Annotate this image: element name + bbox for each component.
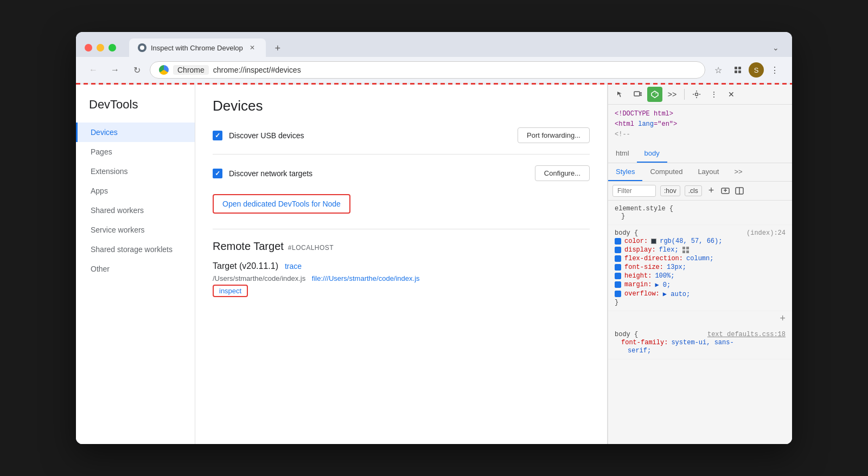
menu-icon[interactable]: ⋮	[766, 61, 783, 79]
address-bar[interactable]: Chrome chrome://inspect/#devices	[150, 61, 705, 79]
settings-icon[interactable]	[689, 87, 704, 102]
pseudo-hov[interactable]: :hov	[660, 185, 680, 196]
font-size-prop: font-size:	[624, 263, 663, 271]
devtools-styles-content: element.style { } body { (index):24 colo…	[608, 201, 792, 444]
body-defaults-header: body { text_defaults.css:18	[615, 331, 786, 338]
page-title: Devices	[213, 98, 590, 114]
tab-body[interactable]: body	[637, 145, 667, 163]
body-defaults-source: text_defaults.css:18	[707, 331, 786, 338]
sidebar-item-shared-storage[interactable]: Shared storage worklets	[76, 240, 195, 259]
height-val: 100%;	[655, 272, 674, 280]
svg-rect-13	[686, 247, 689, 249]
open-devtools-button[interactable]: Open dedicated DevTools for Node	[213, 194, 350, 214]
sidebar-item-pages[interactable]: Pages	[76, 142, 195, 162]
target-version: Target (v20.11.1)	[213, 261, 278, 271]
title-bar: Inspect with Chrome Develop ✕ + ⌄	[76, 32, 792, 57]
discover-network-checkbox[interactable]	[213, 169, 222, 178]
font-family-prop: font-family:	[615, 339, 668, 346]
sidebar-item-extensions[interactable]: Extensions	[76, 162, 195, 181]
main-area: DevTools Devices Pages Extensions Apps S…	[76, 85, 792, 444]
back-button[interactable]: ←	[85, 61, 102, 79]
style-checkbox-margin[interactable]	[615, 281, 621, 288]
sidebar-item-other[interactable]: Other	[76, 259, 195, 279]
color-prop: color:	[624, 237, 648, 245]
style-line-display: display: flex;	[615, 246, 786, 254]
flex-direction-prop: flex-direction:	[624, 255, 683, 262]
element-style-header: element.style {	[615, 205, 786, 213]
profile-icon[interactable]: S	[749, 62, 764, 78]
tab-styles[interactable]: Styles	[608, 163, 642, 181]
style-line-height: height: 100%;	[615, 272, 786, 280]
sidebar-title: DevTools	[76, 98, 195, 123]
element-style-label: element.style {	[615, 205, 673, 213]
tab-html[interactable]: html	[608, 145, 637, 163]
devtools-node-tabs: html body	[608, 145, 792, 163]
color-swatch[interactable]	[651, 239, 656, 244]
tab-computed[interactable]: Computed	[642, 163, 690, 181]
forward-button[interactable]: →	[106, 61, 124, 79]
style-checkbox-height[interactable]	[615, 273, 621, 279]
svg-rect-3	[735, 70, 737, 73]
style-line-flex-direction: flex-direction: column;	[615, 254, 786, 263]
inspect-element-icon[interactable]	[612, 87, 628, 102]
collapse-button[interactable]: ⌄	[768, 40, 783, 55]
sidebar-item-apps[interactable]: Apps	[76, 181, 195, 201]
style-checkbox-color[interactable]	[615, 238, 621, 245]
remote-target-sub: #LOCALHOST	[288, 244, 334, 252]
sidebar-item-shared-workers[interactable]: Shared workers	[76, 201, 195, 220]
tab-more-panels[interactable]: >>	[726, 163, 750, 181]
bookmark-icon[interactable]: ☆	[710, 61, 727, 79]
filter-input[interactable]	[612, 185, 656, 197]
more-tools-icon[interactable]: >>	[665, 87, 680, 102]
trace-link[interactable]: trace	[285, 262, 302, 271]
sidebar-item-service-workers[interactable]: Service workers	[76, 220, 195, 240]
extensions-icon[interactable]	[729, 61, 746, 79]
inspect-button[interactable]: inspect	[213, 285, 248, 297]
style-checkbox-overflow[interactable]	[615, 291, 621, 297]
style-line-margin: margin: ▶ 0;	[615, 280, 786, 290]
inspect-row: inspect	[213, 285, 590, 297]
add-class-icon[interactable]: +	[706, 185, 717, 196]
reload-button[interactable]: ↻	[128, 61, 145, 79]
tab-close-button[interactable]: ✕	[247, 43, 257, 53]
tab-layout[interactable]: Layout	[690, 163, 726, 181]
close-devtools-button[interactable]: ✕	[724, 87, 739, 102]
overflow-val: ▶ auto;	[663, 290, 690, 298]
add-style-rule-icon[interactable]: +	[780, 313, 786, 324]
target-path: /Users/stmarthe/code/index.js file:///Us…	[213, 274, 590, 282]
new-style-rule-icon[interactable]	[720, 186, 730, 196]
configure-button[interactable]: Configure...	[535, 165, 590, 181]
pseudo-cls[interactable]: .cls	[685, 185, 702, 196]
overflow-prop: overflow:	[624, 290, 660, 298]
flex-direction-val: column;	[686, 255, 713, 262]
minimize-button[interactable]	[97, 44, 104, 52]
target-file-link[interactable]: file:///Users/stmarthe/code/index.js	[312, 274, 420, 282]
style-checkbox-font-size[interactable]	[615, 264, 621, 271]
maximize-button[interactable]	[108, 44, 116, 52]
svg-point-0	[140, 46, 144, 50]
font-size-val: 13px;	[667, 263, 686, 271]
close-button[interactable]	[85, 44, 92, 52]
device-toggle-icon[interactable]	[630, 87, 645, 102]
style-checkbox-flex-direction[interactable]	[615, 255, 621, 262]
chrome-label: Chrome	[173, 65, 209, 75]
page-content: Devices Discover USB devices Port forwar…	[195, 85, 608, 444]
port-forwarding-button[interactable]: Port forwarding...	[518, 127, 590, 143]
more-menu-icon[interactable]: ⋮	[706, 87, 722, 102]
svg-rect-1	[735, 67, 737, 69]
toggle-computed-sidebar-icon[interactable]	[735, 186, 744, 196]
svg-rect-4	[738, 70, 741, 73]
section-divider-1	[213, 154, 590, 155]
discover-network-row: Discover network targets Configure...	[213, 165, 590, 181]
discover-usb-checkbox[interactable]	[213, 131, 222, 140]
sidebar: DevTools Devices Pages Extensions Apps S…	[76, 85, 195, 444]
chrome-logo-icon	[159, 65, 169, 75]
3d-view-icon[interactable]	[647, 87, 662, 102]
remote-target-header: Remote Target #LOCALHOST	[213, 240, 590, 253]
style-line-overflow: overflow: ▶ auto;	[615, 290, 786, 299]
body-style-header: body { (index):24	[615, 229, 786, 237]
active-tab[interactable]: Inspect with Chrome Develop ✕	[129, 38, 266, 57]
sidebar-item-devices[interactable]: Devices	[76, 123, 195, 142]
style-checkbox-display[interactable]	[615, 247, 621, 253]
new-tab-button[interactable]: +	[269, 40, 286, 57]
